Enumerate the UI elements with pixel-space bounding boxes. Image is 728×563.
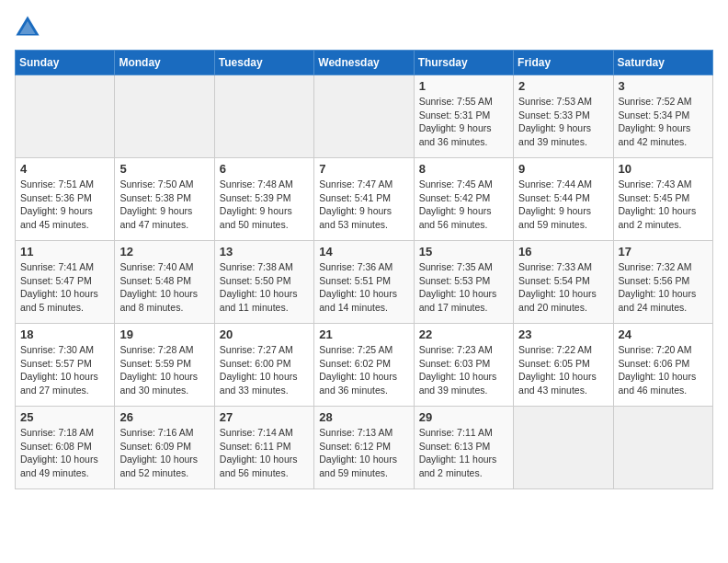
calendar-table: Sunday Monday Tuesday Wednesday Thursday…	[15, 50, 713, 489]
calendar-cell	[115, 75, 214, 158]
calendar-cell: 19Sunrise: 7:28 AM Sunset: 5:59 PM Dayli…	[115, 324, 214, 407]
day-number: 22	[419, 327, 508, 341]
calendar-cell	[16, 75, 115, 158]
header-thursday: Thursday	[414, 51, 513, 75]
day-number: 4	[20, 162, 109, 176]
cell-content: Sunrise: 7:30 AM Sunset: 5:57 PM Dayligh…	[20, 343, 109, 397]
calendar-cell: 10Sunrise: 7:43 AM Sunset: 5:45 PM Dayli…	[613, 158, 712, 241]
cell-content: Sunrise: 7:44 AM Sunset: 5:44 PM Dayligh…	[518, 178, 608, 232]
calendar-header: Sunday Monday Tuesday Wednesday Thursday…	[16, 51, 713, 75]
calendar-cell	[514, 407, 613, 489]
cell-content: Sunrise: 7:38 AM Sunset: 5:50 PM Dayligh…	[220, 260, 309, 315]
calendar-cell: 4Sunrise: 7:51 AM Sunset: 5:36 PM Daylig…	[16, 158, 115, 241]
day-number: 29	[419, 410, 508, 424]
calendar-cell	[613, 407, 712, 489]
week-row-4: 18Sunrise: 7:30 AM Sunset: 5:57 PM Dayli…	[16, 324, 713, 407]
day-number: 14	[319, 245, 408, 259]
week-row-1: 1Sunrise: 7:55 AM Sunset: 5:31 PM Daylig…	[16, 75, 713, 158]
calendar-cell: 3Sunrise: 7:52 AM Sunset: 5:34 PM Daylig…	[613, 75, 712, 158]
calendar-cell: 24Sunrise: 7:20 AM Sunset: 6:06 PM Dayli…	[613, 324, 712, 407]
day-number: 7	[319, 162, 408, 176]
cell-content: Sunrise: 7:27 AM Sunset: 6:00 PM Dayligh…	[220, 343, 309, 397]
cell-content: Sunrise: 7:18 AM Sunset: 6:08 PM Dayligh…	[20, 426, 109, 480]
cell-content: Sunrise: 7:36 AM Sunset: 5:51 PM Dayligh…	[319, 260, 408, 315]
cell-content: Sunrise: 7:47 AM Sunset: 5:41 PM Dayligh…	[319, 178, 408, 232]
header-sunday: Sunday	[16, 51, 115, 75]
day-number: 2	[518, 79, 608, 93]
calendar-cell: 22Sunrise: 7:23 AM Sunset: 6:03 PM Dayli…	[414, 324, 513, 407]
cell-content: Sunrise: 7:32 AM Sunset: 5:56 PM Dayligh…	[619, 260, 708, 315]
day-number: 23	[518, 327, 608, 341]
calendar-cell: 29Sunrise: 7:11 AM Sunset: 6:13 PM Dayli…	[414, 407, 513, 489]
week-row-5: 25Sunrise: 7:18 AM Sunset: 6:08 PM Dayli…	[16, 407, 713, 489]
calendar-body: 1Sunrise: 7:55 AM Sunset: 5:31 PM Daylig…	[16, 75, 713, 489]
day-number: 18	[20, 327, 109, 341]
cell-content: Sunrise: 7:53 AM Sunset: 5:33 PM Dayligh…	[518, 95, 608, 149]
calendar-cell: 9Sunrise: 7:44 AM Sunset: 5:44 PM Daylig…	[514, 158, 613, 241]
day-number: 26	[119, 410, 209, 424]
cell-content: Sunrise: 7:22 AM Sunset: 6:05 PM Dayligh…	[518, 343, 608, 397]
calendar-cell: 11Sunrise: 7:41 AM Sunset: 5:47 PM Dayli…	[16, 241, 115, 324]
calendar-cell: 17Sunrise: 7:32 AM Sunset: 5:56 PM Dayli…	[613, 241, 712, 324]
day-number: 1	[419, 79, 508, 93]
cell-content: Sunrise: 7:23 AM Sunset: 6:03 PM Dayligh…	[419, 343, 508, 397]
day-number: 19	[119, 327, 209, 341]
calendar-cell: 7Sunrise: 7:47 AM Sunset: 5:41 PM Daylig…	[314, 158, 414, 241]
calendar-cell: 21Sunrise: 7:25 AM Sunset: 6:02 PM Dayli…	[314, 324, 414, 407]
calendar-cell: 28Sunrise: 7:13 AM Sunset: 6:12 PM Dayli…	[314, 407, 414, 489]
cell-content: Sunrise: 7:50 AM Sunset: 5:38 PM Dayligh…	[119, 178, 209, 232]
cell-content: Sunrise: 7:51 AM Sunset: 5:36 PM Dayligh…	[20, 178, 109, 232]
day-number: 15	[419, 245, 508, 259]
day-number: 9	[518, 162, 608, 176]
calendar-cell: 13Sunrise: 7:38 AM Sunset: 5:50 PM Dayli…	[214, 241, 313, 324]
day-number: 27	[220, 410, 309, 424]
calendar-cell	[214, 75, 313, 158]
calendar-cell: 14Sunrise: 7:36 AM Sunset: 5:51 PM Dayli…	[314, 241, 414, 324]
calendar-cell: 23Sunrise: 7:22 AM Sunset: 6:05 PM Dayli…	[514, 324, 613, 407]
calendar-cell: 1Sunrise: 7:55 AM Sunset: 5:31 PM Daylig…	[414, 75, 513, 158]
day-number: 13	[220, 245, 309, 259]
cell-content: Sunrise: 7:40 AM Sunset: 5:48 PM Dayligh…	[119, 260, 209, 315]
day-number: 24	[619, 327, 708, 341]
calendar-cell: 12Sunrise: 7:40 AM Sunset: 5:48 PM Dayli…	[115, 241, 214, 324]
cell-content: Sunrise: 7:48 AM Sunset: 5:39 PM Dayligh…	[220, 178, 309, 232]
header-wednesday: Wednesday	[314, 51, 414, 75]
week-row-2: 4Sunrise: 7:51 AM Sunset: 5:36 PM Daylig…	[16, 158, 713, 241]
header-tuesday: Tuesday	[214, 51, 313, 75]
day-number: 21	[319, 327, 408, 341]
day-number: 3	[619, 79, 708, 93]
day-number: 5	[119, 162, 209, 176]
calendar-cell: 2Sunrise: 7:53 AM Sunset: 5:33 PM Daylig…	[514, 75, 613, 158]
cell-content: Sunrise: 7:43 AM Sunset: 5:45 PM Dayligh…	[619, 178, 708, 232]
cell-content: Sunrise: 7:52 AM Sunset: 5:34 PM Dayligh…	[619, 95, 708, 149]
header-row: Sunday Monday Tuesday Wednesday Thursday…	[16, 51, 713, 75]
calendar-cell: 15Sunrise: 7:35 AM Sunset: 5:53 PM Dayli…	[414, 241, 513, 324]
day-number: 25	[20, 410, 109, 424]
logo	[15, 15, 44, 40]
cell-content: Sunrise: 7:55 AM Sunset: 5:31 PM Dayligh…	[419, 95, 508, 149]
cell-content: Sunrise: 7:45 AM Sunset: 5:42 PM Dayligh…	[419, 178, 508, 232]
header-friday: Friday	[514, 51, 613, 75]
day-number: 20	[220, 327, 309, 341]
week-row-3: 11Sunrise: 7:41 AM Sunset: 5:47 PM Dayli…	[16, 241, 713, 324]
day-number: 12	[119, 245, 209, 259]
header-saturday: Saturday	[613, 51, 712, 75]
calendar-cell: 8Sunrise: 7:45 AM Sunset: 5:42 PM Daylig…	[414, 158, 513, 241]
calendar-cell: 25Sunrise: 7:18 AM Sunset: 6:08 PM Dayli…	[16, 407, 115, 489]
calendar-cell: 27Sunrise: 7:14 AM Sunset: 6:11 PM Dayli…	[214, 407, 313, 489]
calendar-cell	[314, 75, 414, 158]
cell-content: Sunrise: 7:35 AM Sunset: 5:53 PM Dayligh…	[419, 260, 508, 315]
logo-icon	[15, 15, 40, 40]
cell-content: Sunrise: 7:16 AM Sunset: 6:09 PM Dayligh…	[119, 426, 209, 480]
day-number: 6	[220, 162, 309, 176]
cell-content: Sunrise: 7:33 AM Sunset: 5:54 PM Dayligh…	[518, 260, 608, 315]
header-monday: Monday	[115, 51, 214, 75]
calendar-cell: 20Sunrise: 7:27 AM Sunset: 6:00 PM Dayli…	[214, 324, 313, 407]
calendar-cell: 16Sunrise: 7:33 AM Sunset: 5:54 PM Dayli…	[514, 241, 613, 324]
cell-content: Sunrise: 7:11 AM Sunset: 6:13 PM Dayligh…	[419, 426, 508, 480]
calendar-cell: 6Sunrise: 7:48 AM Sunset: 5:39 PM Daylig…	[214, 158, 313, 241]
calendar-cell: 5Sunrise: 7:50 AM Sunset: 5:38 PM Daylig…	[115, 158, 214, 241]
day-number: 8	[419, 162, 508, 176]
day-number: 17	[619, 245, 708, 259]
page-header	[15, 15, 713, 40]
